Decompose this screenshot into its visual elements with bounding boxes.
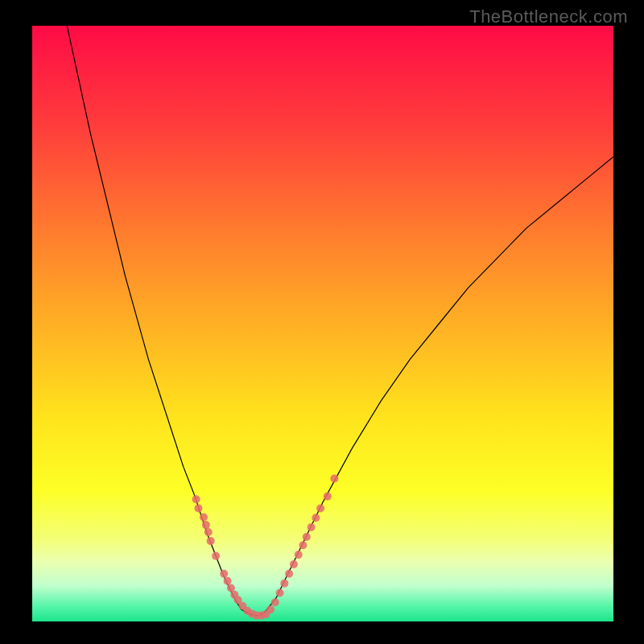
chart-container [32,26,613,621]
highlight-dot [276,588,284,597]
highlight-dot [192,495,200,503]
bottleneck-chart [32,26,613,621]
highlight-dot [220,570,228,578]
gradient-background [32,26,613,621]
highlight-dot [290,560,298,568]
highlight-dot [224,577,232,585]
highlight-dot [299,541,307,549]
highlight-dot [330,474,338,482]
highlight-dot [280,580,288,588]
highlight-dot [266,605,275,613]
highlight-dot [312,514,320,522]
highlight-dot [194,504,202,512]
highlight-dot [308,523,316,531]
highlight-dot [204,528,213,536]
highlight-dot [200,514,208,522]
highlight-dot [207,537,215,545]
highlight-dot [303,533,311,541]
highlight-dot [271,598,279,606]
highlight-dot [324,493,332,501]
highlight-dot [295,551,303,559]
highlight-dot [316,504,324,512]
highlight-dot [202,521,210,529]
watermark-text: TheBottleneck.com [469,6,628,27]
highlight-dot [285,570,293,578]
highlight-dot [212,552,220,560]
